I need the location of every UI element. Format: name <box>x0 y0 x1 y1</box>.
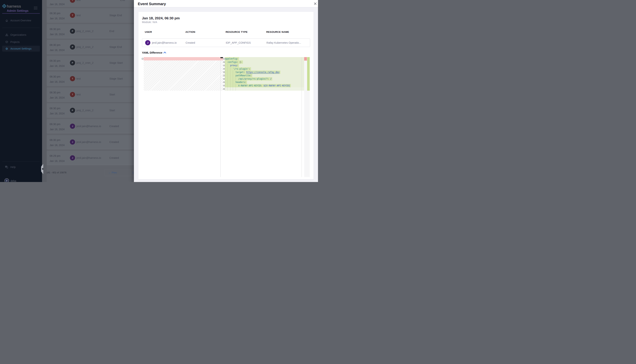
audit-row[interactable]: 06:30 pmJan 18, 2024Pproj_2_cron_2Stage … <box>47 56 134 70</box>
event-table-row: J jenil.jain@harness.io Created IDP_APP_… <box>142 38 310 47</box>
row-name: proj_2_cron_2 <box>76 61 94 64</box>
sidebar-item-projects[interactable]: Projects <box>2 39 40 45</box>
audit-row[interactable]: 06:30 pmJan 18, 2024Jjenil.jain@harness.… <box>47 135 134 149</box>
code-line-text: proxy: <box>225 64 238 67</box>
gutter-glyph-square <box>223 82 225 83</box>
drawer-title: Event Summary <box>138 2 166 6</box>
row-action: End <box>120 0 125 2</box>
row-date: Jan 18, 2024 <box>50 80 65 83</box>
gutter-glyph-square <box>223 58 225 60</box>
nav-divider-bottom <box>2 162 40 162</box>
sidebar-item-help[interactable]: ? Help <box>2 164 40 170</box>
help-label: Help <box>10 166 16 168</box>
row-time: 06:30 pm <box>50 138 60 142</box>
row-date: Jan 18, 2024 <box>50 96 65 99</box>
collapse-arrow-icon <box>42 168 43 170</box>
code-line-text: X-RAFAY-API-KEYID: ${X-RAFAY-API-KEYID} <box>225 84 290 87</box>
row-time: 06:30 pm <box>50 75 60 78</box>
gear-icon <box>5 47 8 50</box>
gutter-glyph-square <box>223 78 225 80</box>
row-date: Jan 18, 2024 <box>50 49 65 52</box>
org-icon <box>5 34 8 36</box>
home-icon <box>5 19 8 22</box>
chevron-up-icon[interactable] <box>163 52 166 54</box>
row-avatar: J <box>70 140 75 144</box>
row-name: proj_2_cron_2 <box>76 109 94 112</box>
row-avatar: T <box>70 92 75 97</box>
row-action: Stage End <box>109 14 122 17</box>
row-avatar: T <box>70 13 75 18</box>
yaml-diff-editor[interactable]: appConfig: configs: |- proxy: '/rs-plugi… <box>141 57 310 177</box>
overview-added-marker <box>307 57 310 91</box>
audit-trail-content: Jan 18, 2024TtestEnd06:30 pmJan 18, 2024… <box>42 0 134 182</box>
sidebar-item-account-settings[interactable]: Account Settings <box>2 46 40 52</box>
row-date: Jan 18, 2024 <box>50 128 65 131</box>
audit-row[interactable]: 06:29 pmJan 18, 2024Jjenil.jain@harness.… <box>47 151 134 165</box>
cell-action: Created <box>185 41 195 44</box>
close-icon[interactable] <box>313 2 317 6</box>
audit-row[interactable]: 06:30 pmJan 18, 2024Pproj_2_cron_2Start <box>47 103 134 118</box>
code-line-text: configs: |- <box>225 60 242 64</box>
svg-text:?: ? <box>6 166 7 168</box>
gutter-glyph-square <box>223 85 225 86</box>
code-line-text: headers: <box>225 80 246 84</box>
event-card: Jan 18, 2024, 06:30 pm Module: N/A USER … <box>138 12 314 180</box>
module-subtitle: Admin Settings <box>7 9 28 12</box>
row-name: jenil.jain@harness.io <box>76 125 101 128</box>
row-name: proj_2_cron_2 <box>76 46 94 48</box>
audit-row[interactable]: 06:30 pmJan 18, 2024Jjenil.jain@harness.… <box>47 119 134 133</box>
gutter-glyph-square <box>223 72 225 73</box>
user-initial: D <box>6 180 8 182</box>
row-action: Stage Start <box>109 61 123 64</box>
audit-row[interactable]: 06:30 pmJan 18, 2024TtestStage End <box>47 8 134 22</box>
cell-user: jenil.jain@harness.io <box>152 41 177 44</box>
audit-row[interactable]: 06:30 pmJan 18, 2024TtestStart <box>47 88 134 102</box>
diff-added-line: '/rs-plugin': <box>225 67 304 70</box>
gutter-glyph-square <box>223 65 225 66</box>
prev-page-button[interactable]: ← Prev <box>108 171 117 174</box>
row-date: Jan 18, 2024 <box>50 160 65 162</box>
sidebar-item-account-overview[interactable]: Account Overview <box>2 18 40 24</box>
row-action: Start <box>109 93 115 96</box>
row-time: 06:30 pm <box>50 91 60 94</box>
row-name: proj_2_cron_2 <box>76 30 94 32</box>
user-avatar[interactable]: D <box>5 178 9 182</box>
overview-ruler <box>304 57 310 177</box>
row-date: Jan 18, 2024 <box>50 64 65 68</box>
diff-added-line-trailing <box>225 87 304 91</box>
row-avatar: T <box>70 0 75 3</box>
gutter-glyph-square <box>223 75 225 76</box>
gutter-glyph-square <box>223 68 225 70</box>
sidebar-item-organizations[interactable]: Organizations <box>2 32 40 38</box>
audit-row[interactable]: 06:30 pmJan 18, 2024TtestStage Start <box>47 72 134 86</box>
code-line-text: appConfig: <box>225 57 238 60</box>
th-resource-type: RESOURCE TYPE <box>226 30 248 33</box>
diff-added-line: /api/proxy/rs-plugin/?: / <box>225 77 304 80</box>
event-module: Module: N/A <box>142 20 157 24</box>
page-number-1[interactable]: 1 <box>132 171 134 174</box>
row-action: Start <box>109 109 115 112</box>
app-grid-icon[interactable] <box>34 6 37 10</box>
user-name: deba <box>11 180 16 182</box>
diff-added-line: pathRewrite: <box>225 74 304 77</box>
row-time: 06:30 pm <box>50 12 60 15</box>
row-avatar: T <box>70 76 75 81</box>
row-date: Jan 18, 2024 <box>50 144 65 147</box>
row-action: End <box>109 30 114 32</box>
left-overview-cursor-marker <box>221 57 223 58</box>
row-avatar: P <box>70 108 75 113</box>
row-name: test <box>76 0 81 2</box>
th-user: USER <box>145 30 152 33</box>
sidebar-item-label: Account Settings <box>10 47 32 50</box>
row-avatar: J <box>70 124 75 129</box>
th-action: ACTION <box>185 30 195 33</box>
row-time: 06:30 pm <box>50 107 60 110</box>
audit-row[interactable]: 06:30 pmJan 18, 2024Pproj_2_cron_2End <box>47 24 134 38</box>
sidebar: harness Admin Settings Account OverviewO… <box>0 0 42 182</box>
audit-row[interactable]: 06:30 pmJan 18, 2024Pproj_2_cron_2Stage … <box>47 40 134 54</box>
row-name: test <box>76 77 81 80</box>
row-name: test <box>76 93 81 96</box>
audit-row-partial[interactable]: Jan 18, 2024TtestEnd <box>47 0 134 7</box>
code-line-text: '/rs-plugin': <box>225 67 250 70</box>
cell-resource-name: Rafay Kubernetes Operatio... <box>267 41 301 44</box>
